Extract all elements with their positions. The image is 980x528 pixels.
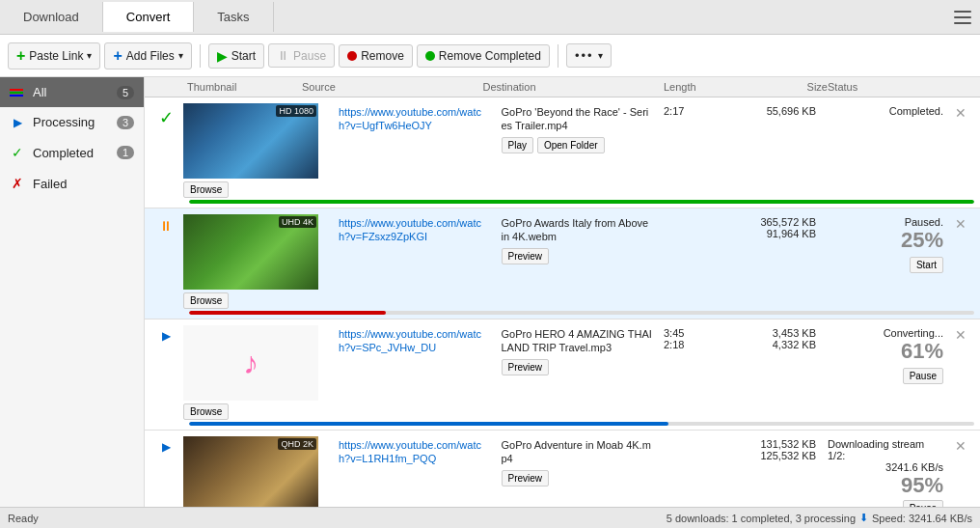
task-row-4: ▶ QHD 2K Browse https://www.youtube.com/… xyxy=(145,431,980,507)
row-2-dest: GoPro Awards Italy from Above in 4K.webm xyxy=(502,216,653,244)
row-4-close-btn[interactable]: ✕ xyxy=(953,436,968,456)
row-2-status-text: Paused. xyxy=(905,216,943,228)
play-row-4-icon: ▶ xyxy=(162,440,171,454)
task-row-1-grid: ✓ HD 1080 Browse https://www.youtube.com… xyxy=(145,97,980,200)
add-files-label: Add Files xyxy=(126,49,175,63)
sidebar-completed-label: Completed xyxy=(33,146,94,160)
sidebar-item-completed[interactable]: ✓ Completed 1 xyxy=(0,137,144,168)
tab-download[interactable]: Download xyxy=(0,2,103,32)
col-header-source: Source xyxy=(302,81,483,93)
row-4-size: 131,532 KB 125,532 KB xyxy=(735,436,822,463)
start-play-icon: ▶ xyxy=(217,48,228,64)
row-1-status-text: Completed. xyxy=(889,105,943,117)
row-1-browse-btn[interactable]: Browse xyxy=(183,181,229,198)
pause-button[interactable]: ⏸ Pause xyxy=(268,43,335,68)
row-1-source-cell: https://www.youtube.com/watch?v=UgfTw6He… xyxy=(333,103,496,135)
row-1-size-val: 55,696 KB xyxy=(741,105,816,117)
row-3-status-icon: ▶ xyxy=(149,325,183,343)
tab-convert[interactable]: Convert xyxy=(103,2,195,32)
row-3-preview-btn[interactable]: Preview xyxy=(502,359,550,375)
row-3-size2-val: 4,332 KB xyxy=(741,339,816,350)
row-3-progress-fill xyxy=(189,422,668,426)
row-4-close[interactable]: ✕ xyxy=(947,436,976,456)
row-1-close-btn[interactable]: ✕ xyxy=(953,103,968,123)
remove-button[interactable]: Remove xyxy=(339,44,413,68)
row-4-status-icon: ▶ xyxy=(149,436,183,454)
row-1-length-val: 2:17 xyxy=(664,105,729,117)
row-4-percent: 95% xyxy=(901,473,943,498)
toolbar: + Paste Link ▾ + Add Files ▾ ▶ Start ⏸ P… xyxy=(0,35,980,77)
row-3-close[interactable]: ✕ xyxy=(947,325,976,345)
remove-dot-icon xyxy=(347,51,357,61)
row-4-status-text: Downloading stream 1/2: xyxy=(828,438,943,461)
row-1-status-icon: ✓ xyxy=(149,103,183,128)
row-4-pause-btn[interactable]: Pause xyxy=(903,500,943,507)
sidebar-item-all[interactable]: All 5 xyxy=(0,77,144,107)
start-button[interactable]: ▶ Start xyxy=(208,43,264,69)
row-3-close-btn[interactable]: ✕ xyxy=(953,325,968,345)
col-header-destination: Destination xyxy=(483,81,665,93)
pause-row-icon: ⏸ xyxy=(159,218,173,234)
row-1-dest: GoPro 'Beyond the Race' - Series Trailer… xyxy=(502,105,653,133)
paste-link-button[interactable]: + Paste Link ▾ xyxy=(8,42,100,69)
downloads-info: 5 downloads: 1 completed, 3 processing xyxy=(667,513,856,524)
row-1-play-btn[interactable]: Play xyxy=(502,137,533,153)
menu-button[interactable] xyxy=(945,0,980,35)
row-4-preview-btn[interactable]: Preview xyxy=(502,470,550,486)
row-2-percent: 25% xyxy=(901,228,943,253)
row-2-preview-btn[interactable]: Preview xyxy=(502,248,550,264)
row-2-browse-btn[interactable]: Browse xyxy=(183,292,229,309)
row-3-browse-btn[interactable]: Browse xyxy=(183,403,229,420)
sidebar-item-processing[interactable]: ▶ Processing 3 xyxy=(0,107,144,137)
all-icon xyxy=(10,89,25,97)
sidebar-all-label: All xyxy=(33,85,46,99)
sidebar: All 5 ▶ Processing 3 ✓ Completed 1 ✗ Fai… xyxy=(0,77,145,507)
row-2-progress-bar xyxy=(189,311,974,315)
checkmark-icon: ✓ xyxy=(159,107,174,128)
row-4-source-cell: https://www.youtube.com/watch?v=L1RH1fm_… xyxy=(333,436,496,468)
row-2-progress xyxy=(145,311,980,319)
task-row-1: ✓ HD 1080 Browse https://www.youtube.com… xyxy=(145,97,980,208)
plus-blue-icon: + xyxy=(113,47,122,65)
row-1-thumb: HD 1080 Browse xyxy=(183,103,333,198)
row-4-size-val: 131,532 KB xyxy=(741,438,816,450)
failed-icon: ✗ xyxy=(10,176,25,191)
row-1-source: https://www.youtube.com/watch?v=UgfTw6He… xyxy=(339,105,490,133)
thumbnail-1: HD 1080 xyxy=(183,103,318,179)
task-row-2-grid: ⏸ UHD 4K Browse https://www.youtube.com/… xyxy=(145,208,980,311)
row-4-source: https://www.youtube.com/watch?v=L1RH1fm_… xyxy=(339,438,490,466)
more-options-button[interactable]: ••• ▾ xyxy=(566,43,612,68)
row-3-length2-val: 2:18 xyxy=(664,339,729,350)
row-2-close[interactable]: ✕ xyxy=(947,214,976,234)
tab-tasks[interactable]: Tasks xyxy=(194,2,273,32)
remove-completed-button[interactable]: Remove Completed xyxy=(417,44,550,68)
row-2-source: https://www.youtube.com/watch?v=FZsxz9Zp… xyxy=(339,216,490,244)
row-2-close-btn[interactable]: ✕ xyxy=(953,214,968,234)
toolbar-separator-1 xyxy=(200,44,201,68)
row-3-percent: 61% xyxy=(901,339,943,364)
row-1-progress-bar xyxy=(189,200,974,204)
row-1-length: 2:17 xyxy=(658,103,735,119)
row-1-close[interactable]: ✕ xyxy=(947,103,976,123)
svg-rect-1 xyxy=(954,16,971,18)
row-3-pause-btn[interactable]: Pause xyxy=(903,368,943,384)
col-header-thumbnail: Thumbnail xyxy=(152,81,302,93)
music-note-icon: ♪ xyxy=(243,346,259,381)
badge-1: HD 1080 xyxy=(276,105,316,117)
row-4-status: Downloading stream 1/2: 3241.6 KB/s 95% … xyxy=(822,436,947,507)
completed-icon: ✓ xyxy=(10,145,25,160)
rows-container: ✓ HD 1080 Browse https://www.youtube.com… xyxy=(145,97,980,507)
sidebar-item-failed[interactable]: ✗ Failed xyxy=(0,168,144,199)
row-1-open-folder-btn[interactable]: Open Folder xyxy=(537,137,605,153)
sidebar-failed-label: Failed xyxy=(33,177,67,191)
row-1-dest-cell: GoPro 'Beyond the Race' - Series Trailer… xyxy=(496,103,659,155)
row-2-start-btn[interactable]: Start xyxy=(910,257,943,273)
row-3-status-text: Converting... xyxy=(884,327,943,339)
add-files-button[interactable]: + Add Files ▾ xyxy=(104,42,191,69)
play-row-icon: ▶ xyxy=(162,329,171,343)
content-area: Thumbnail Source Destination Length Size… xyxy=(145,77,980,507)
thumbnail-2: UHD 4K xyxy=(183,214,318,290)
row-2-dest-cell: GoPro Awards Italy from Above in 4K.webm… xyxy=(496,214,659,266)
row-3-progress-bar xyxy=(189,422,974,426)
badge-4: QHD 2K xyxy=(278,438,316,450)
